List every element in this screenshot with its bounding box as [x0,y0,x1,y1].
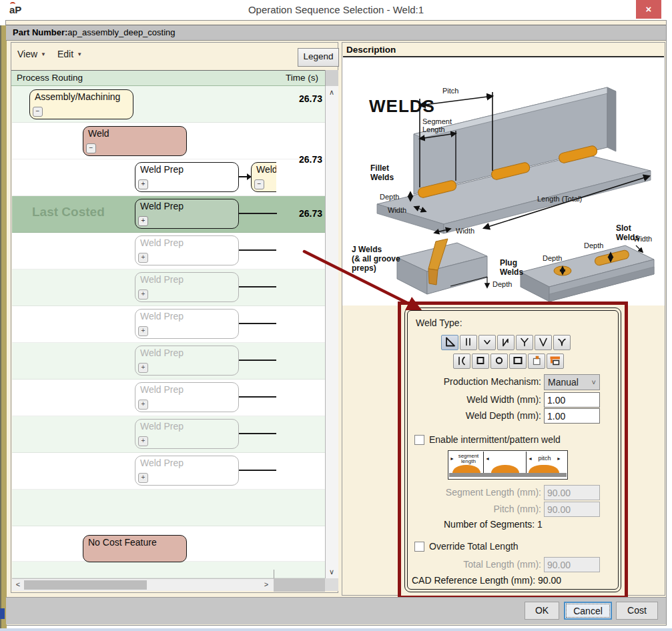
tack-weld-icon[interactable] [528,354,545,369]
scroll-left-icon[interactable]: < [12,580,24,588]
logo-breve-icon [10,2,15,7]
node-weld[interactable]: Weld − [83,126,187,156]
connector-line [239,323,276,324]
expand-toggle[interactable]: + [138,363,148,373]
weld-width-input[interactable] [544,392,600,408]
fillet-weld-icon[interactable] [441,335,458,350]
segments-value: 1 [537,519,543,530]
svg-text:Welds: Welds [500,267,523,277]
window-title: Operation Sequence Selection - Weld:1 [0,4,672,15]
depth-label: Depth [380,193,399,201]
expand-toggle[interactable]: + [138,400,148,410]
cost-button[interactable]: Cost [616,602,658,620]
v-groove-weld-icon[interactable] [535,335,552,350]
collapse-toggle[interactable]: − [254,179,264,189]
weld-type-label: Weld Type: [416,318,462,328]
diagram-title: WELDS [369,96,435,116]
node-weld-prep-alt[interactable]: Weld Prep + [135,346,239,376]
expand-toggle[interactable]: + [138,289,148,299]
scroll-right-icon[interactable]: > [260,580,272,588]
pattern-weld-diagram: ► segment length ◄ ◄ pitch ► [448,450,568,480]
view-menu[interactable]: View▼ [17,49,46,59]
vertical-scrollbar[interactable]: ∧ ∨ [325,86,338,578]
connector-line [239,470,276,471]
background-window-edge [0,25,7,631]
expand-toggle[interactable]: + [138,216,148,226]
node-weld-prep-last-costed[interactable]: Weld Prep + [135,199,239,229]
expand-toggle[interactable]: + [138,253,148,263]
segment-label: Segment [422,117,452,125]
total-length-label: Total Length (mm): [410,559,541,570]
scroll-up-icon[interactable]: ∧ [326,88,338,97]
square-groove-weld-icon[interactable] [460,335,477,350]
weld-bead [452,465,480,473]
collapse-toggle[interactable]: − [33,107,43,117]
tree-row [12,490,325,526]
j-welds-label: J Welds [352,245,382,254]
node-weld-prep-alt[interactable]: Weld Prep + [135,456,239,486]
node-weld-prep-alt[interactable]: Weld Prep + [135,382,239,412]
time-value: 26.73 [262,93,322,104]
collapse-toggle[interactable]: − [86,143,96,153]
node-weld-prep[interactable]: Weld Prep + [135,162,239,192]
horizontal-scrollbar[interactable]: < > [12,578,325,591]
connector-line [239,249,276,251]
description-header: Description [346,45,396,55]
pitch-label: Pitch (mm): [410,504,541,514]
slot-welds-label: Slot [616,223,631,233]
intermittent-weld-checkbox[interactable] [414,435,424,445]
routing-column-header: Process Routing [17,73,83,83]
v-groove-root-weld-icon[interactable] [516,335,533,350]
expand-toggle[interactable]: + [138,436,148,446]
weld-parameters-form: Weld Type: Production Mechanism: Manual … [398,301,628,599]
override-total-length-checkbox[interactable] [414,542,424,552]
time-value: 26.73 [262,208,322,219]
node-weld-prep-alt[interactable]: Weld Prep + [135,272,239,302]
scrollbar-thumb[interactable] [24,580,147,590]
weld-depth-input[interactable] [544,408,600,424]
tree-header: Process Routing Time (s) [11,70,325,86]
chevron-down-icon: ˅ [592,375,596,390]
close-button[interactable]: × [636,0,661,19]
node-weld-prep-alt[interactable]: Weld Prep + [135,419,239,449]
node-weld-child-clipped[interactable]: Weld − [251,162,276,192]
ok-button[interactable]: OK [525,602,559,620]
header-corner [325,70,338,86]
legend-button[interactable]: Legend [298,48,339,67]
edge-weld-icon[interactable] [547,354,564,369]
expand-toggle[interactable]: + [138,179,148,189]
cad-reference-length: CAD Reference Length (mm): 90.00 [412,575,561,586]
node-no-cost-feature[interactable]: No Cost Feature [83,535,187,562]
flare-bevel-groove-weld-icon[interactable] [453,354,470,369]
scroll-down-icon[interactable]: ∨ [326,568,338,576]
width-label: Width [388,206,406,214]
node-weld-prep-alt[interactable]: Weld Prep + [135,235,239,265]
plug-square-weld-icon[interactable] [472,354,489,369]
process-routing-panel: View▼ Edit▼ Legend Process Routing Time … [11,42,338,593]
bevel-groove-weld-icon[interactable] [497,335,515,350]
flare-v-groove-weld-icon[interactable] [553,335,571,350]
cad-ref-value: 90.00 [538,575,561,586]
tree-row [12,562,325,578]
chevron-down-icon: ▼ [77,51,82,57]
production-mechanism-select[interactable]: Manual ˅ [544,374,600,390]
time-value: 26.73 [262,154,322,165]
fillet-welds-label: Fillet [370,163,389,173]
node-weld-prep-alt[interactable]: Weld Prep + [135,309,239,339]
partial-v-groove-weld-icon[interactable] [478,335,496,350]
edit-menu[interactable]: Edit▼ [57,49,82,59]
expand-toggle[interactable]: + [138,326,148,336]
spot-weld-icon[interactable] [490,354,508,369]
segment-length-label: Segment Length (mm): [410,487,541,498]
slot-depth-label: Depth [584,241,603,249]
last-costed-watermark: Last Costed [32,205,105,219]
weld-base [449,473,567,477]
svg-text:preps): preps) [352,263,376,273]
slot-weld-icon[interactable] [509,354,527,369]
expand-toggle[interactable]: + [138,473,148,483]
cancel-button[interactable]: Cancel [564,602,612,620]
node-assembly-machining[interactable]: Assembly/Machining − [29,89,133,119]
connector-line [239,396,276,398]
part-number-label: Part Number: [13,27,67,37]
total-length-input [544,557,600,572]
